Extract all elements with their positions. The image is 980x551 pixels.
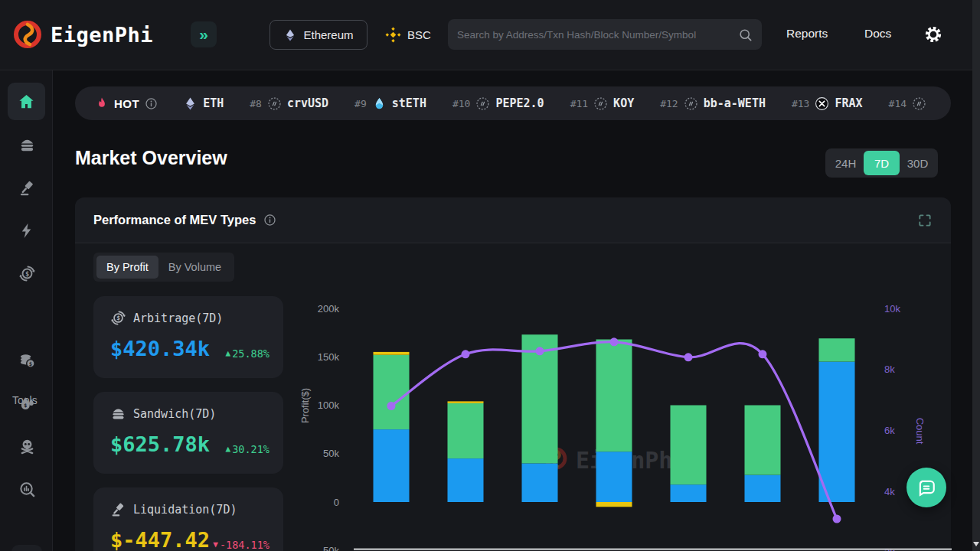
search-input[interactable] bbox=[457, 29, 738, 41]
sidebar-tool-liquidity[interactable] bbox=[11, 388, 42, 419]
sidebar-item-more[interactable] bbox=[11, 545, 42, 551]
stat-change: ▼ -184.11% bbox=[213, 539, 270, 551]
token-icon bbox=[475, 96, 490, 111]
sidebar-item-home[interactable] bbox=[8, 83, 45, 120]
vertical-scrollbar[interactable] bbox=[972, 0, 980, 551]
ticker-item-14[interactable]: #14 bbox=[889, 96, 932, 111]
down-triangle-icon: ▼ bbox=[213, 540, 218, 549]
chat-fab-button[interactable] bbox=[906, 468, 946, 507]
ethereum-icon bbox=[283, 28, 297, 42]
coins-icon bbox=[18, 352, 36, 370]
mev-performance-panel: Performance of MEV Types By Profit By Vo… bbox=[75, 197, 951, 551]
main-content: HOT ETH #8 crvUSD #9 stETH #10 PEPE2.0 #… bbox=[53, 70, 972, 551]
brand[interactable]: EigenPhi bbox=[12, 19, 153, 50]
sidebar-item-sandwich[interactable] bbox=[11, 129, 42, 160]
token-icon bbox=[593, 96, 608, 111]
info-icon[interactable] bbox=[263, 214, 276, 227]
settings-gear-icon[interactable] bbox=[924, 25, 942, 44]
token-icon bbox=[267, 96, 282, 111]
token-icon bbox=[912, 96, 926, 111]
stat-change: ▲ 25.88% bbox=[226, 347, 270, 360]
coin-swap-icon bbox=[110, 310, 126, 326]
stat-label: Arbitrage(7D) bbox=[133, 311, 223, 325]
chart-search-icon bbox=[18, 481, 36, 498]
stat-change: ▲ 30.21% bbox=[226, 443, 270, 455]
ticker-item-bbaweth[interactable]: #12 bb-a-WETH bbox=[660, 96, 766, 111]
search-icon[interactable] bbox=[738, 28, 753, 42]
page-title: Market Overview bbox=[75, 147, 227, 169]
ticker-item-pepe2[interactable]: #10 PEPE2.0 bbox=[452, 96, 544, 111]
skull-icon bbox=[18, 438, 36, 455]
stat-value: $-447.42 bbox=[110, 528, 210, 551]
drops-icon bbox=[18, 395, 36, 412]
left-sidebar: Tools bbox=[0, 70, 53, 551]
search-bar bbox=[448, 19, 762, 50]
eigenphi-logo-icon bbox=[12, 19, 43, 50]
sidebar-expand-button[interactable]: » bbox=[191, 21, 217, 47]
steth-token-icon bbox=[372, 96, 387, 111]
bolt-icon bbox=[18, 222, 36, 240]
tab-by-profit[interactable]: By Profit bbox=[96, 256, 158, 279]
sidebar-tool-tokens[interactable] bbox=[11, 345, 42, 376]
brand-name: EigenPhi bbox=[51, 23, 153, 47]
metric-tabs: By Profit By Volume bbox=[93, 253, 234, 282]
double-chevron-icon: » bbox=[199, 25, 208, 44]
arbitrage-stat-card[interactable]: Arbitrage(7D) $420.34k ▲ 25.88% bbox=[93, 296, 283, 378]
sandwich-stat-card[interactable]: Sandwich(7D) $625.78k ▲ 30.21% bbox=[93, 392, 283, 474]
info-icon[interactable] bbox=[145, 97, 158, 110]
eth-token-icon bbox=[183, 96, 198, 111]
gavel-icon bbox=[18, 179, 36, 197]
sidebar-item-liquidation[interactable] bbox=[11, 172, 42, 203]
sandwich-icon bbox=[18, 136, 36, 154]
ticker-item-frax[interactable]: #13 FRAX bbox=[792, 96, 863, 111]
hot-label: HOT bbox=[114, 97, 139, 110]
fullscreen-icon[interactable] bbox=[917, 213, 933, 228]
range-24h-button[interactable]: 24H bbox=[828, 151, 864, 175]
chain-label: Ethereum bbox=[303, 28, 353, 41]
gavel-icon bbox=[110, 501, 126, 517]
range-30d-button[interactable]: 30D bbox=[900, 151, 936, 175]
coin-swap-icon bbox=[18, 265, 36, 282]
sidebar-tool-inspector[interactable] bbox=[11, 474, 42, 504]
ticker-item-crvusd[interactable]: #8 crvUSD bbox=[250, 96, 328, 111]
chain-selector-ethereum[interactable]: Ethereum bbox=[270, 20, 368, 50]
hot-token-ticker: HOT ETH #8 crvUSD #9 stETH #10 PEPE2.0 #… bbox=[75, 86, 951, 120]
stat-label: Sandwich(7D) bbox=[133, 407, 216, 421]
ticker-item-koy[interactable]: #11 KOY bbox=[570, 96, 635, 111]
panel-header: Performance of MEV Types bbox=[75, 197, 951, 243]
up-triangle-icon: ▲ bbox=[226, 348, 231, 358]
frax-token-icon bbox=[815, 96, 829, 111]
home-icon bbox=[18, 93, 35, 110]
time-range-toggle: 24H 7D 30D bbox=[825, 148, 938, 178]
token-icon bbox=[684, 96, 698, 111]
chat-bubble-icon bbox=[916, 478, 936, 497]
panel-title: Performance of MEV Types bbox=[93, 213, 256, 227]
nav-link-docs[interactable]: Docs bbox=[864, 27, 891, 41]
chain-label: BSC bbox=[407, 28, 431, 41]
stat-value: $420.34k bbox=[110, 337, 210, 360]
liquidation-stat-card[interactable]: Liquidation(7D) $-447.42 ▼ -184.11% bbox=[93, 487, 283, 551]
stat-label: Liquidation(7D) bbox=[133, 503, 237, 517]
sidebar-item-flashloan[interactable] bbox=[11, 215, 42, 246]
flame-icon bbox=[95, 96, 109, 110]
up-triangle-icon: ▲ bbox=[226, 444, 231, 454]
nav-link-reports[interactable]: Reports bbox=[786, 27, 828, 41]
sidebar-item-arbitrage[interactable] bbox=[11, 258, 42, 289]
ticker-item-steth[interactable]: #9 stETH bbox=[354, 96, 426, 111]
range-7d-button[interactable]: 7D bbox=[864, 151, 900, 175]
chain-selector-bsc[interactable]: BSC bbox=[381, 20, 436, 50]
ticker-hot-group: HOT bbox=[95, 96, 158, 110]
scroll-down-arrow-icon bbox=[973, 542, 979, 546]
bsc-icon bbox=[385, 27, 401, 43]
top-navbar: EigenPhi » Ethereum BSC Reports Docs bbox=[0, 0, 980, 70]
stat-value: $625.78k bbox=[110, 432, 210, 456]
ticker-item-eth[interactable]: ETH bbox=[178, 96, 224, 111]
sidebar-tool-attacks[interactable] bbox=[11, 431, 42, 461]
tab-by-volume[interactable]: By Volume bbox=[158, 256, 231, 279]
sandwich-icon bbox=[110, 406, 126, 422]
